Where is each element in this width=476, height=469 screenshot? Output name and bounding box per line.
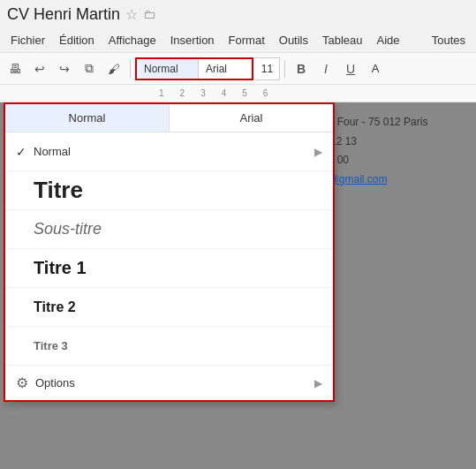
menu-edition[interactable]: Édition bbox=[52, 30, 102, 50]
ruler-marks: 1 2 3 4 5 6 bbox=[159, 88, 268, 98]
style-dropdown[interactable]: Normal Arial bbox=[135, 57, 253, 80]
doc-email[interactable]: rtin@gmail.com bbox=[314, 170, 462, 190]
dropdown-label-sous-titre: Sous-titre bbox=[34, 220, 322, 238]
menu-tableau[interactable]: Tableau bbox=[315, 30, 370, 50]
dropdown-item-sous-titre[interactable]: Sous-titre bbox=[5, 210, 333, 249]
menu-bar: Fichier Édition Affichage Insertion Form… bbox=[0, 28, 476, 53]
dropdown-header-normal[interactable]: Normal bbox=[5, 104, 170, 132]
toolbar: 🖶 ↩ ↪ ⧉ 🖌 Normal Arial B I U A bbox=[0, 53, 476, 85]
arrow-normal-icon: ▶ bbox=[314, 146, 322, 158]
document-title: CV Henri Martin bbox=[7, 5, 120, 24]
separator-1 bbox=[130, 60, 131, 78]
document-area: e du Four - 75 012 Paris ▶7 12 13 1 55 0… bbox=[0, 102, 476, 469]
menu-outils[interactable]: Outils bbox=[272, 30, 315, 50]
doc-address: e du Four - 75 012 Paris bbox=[314, 113, 462, 132]
menu-affichage[interactable]: Affichage bbox=[102, 30, 163, 50]
undo-button[interactable]: ↩ bbox=[28, 57, 51, 80]
ruler-mark-4: 4 bbox=[222, 88, 227, 98]
dropdown-item-titre[interactable]: Titre bbox=[5, 171, 333, 210]
dropdown-header: Normal Arial bbox=[5, 104, 333, 132]
dropdown-label-titre2: Titre 2 bbox=[34, 299, 322, 315]
separator-2 bbox=[284, 60, 285, 78]
dropdown-header-arial[interactable]: Arial bbox=[170, 104, 333, 132]
options-label: Options bbox=[35, 376, 307, 390]
dropdown-item-titre1[interactable]: Titre 1 bbox=[5, 249, 333, 288]
doc-phone2: 1 55 00 bbox=[314, 151, 462, 170]
ruler-mark-5: 5 bbox=[242, 88, 247, 98]
paint-format-button[interactable]: 🖌 bbox=[102, 57, 125, 80]
ruler-mark-3: 3 bbox=[200, 88, 206, 98]
dropdown-label-titre1: Titre 1 bbox=[34, 258, 322, 278]
text-color-button[interactable]: A bbox=[364, 57, 387, 80]
redo-button[interactable]: ↪ bbox=[53, 57, 76, 80]
ruler-mark-2: 2 bbox=[180, 88, 185, 98]
style-dropdown-panel: Normal Arial ✓ Normal ▶ Titre Sous-titre… bbox=[4, 102, 335, 402]
check-normal-icon: ✓ bbox=[16, 145, 34, 159]
folder-icon[interactable]: 🗀 bbox=[143, 7, 155, 21]
italic-button[interactable]: I bbox=[314, 57, 337, 80]
dropdown-label-titre3: Titre 3 bbox=[34, 339, 322, 352]
title-bar: CV Henri Martin ☆ 🗀 bbox=[0, 0, 476, 28]
style-dropdown-normal[interactable]: Normal bbox=[137, 59, 199, 79]
dropdown-options[interactable]: ⚙ Options ▶ bbox=[5, 366, 333, 400]
ruler-mark-6: 6 bbox=[263, 88, 268, 98]
dropdown-label-normal: Normal bbox=[34, 145, 314, 158]
print-button[interactable]: 🖶 bbox=[4, 57, 26, 80]
gear-icon: ⚙ bbox=[16, 374, 28, 391]
menu-fichier[interactable]: Fichier bbox=[4, 30, 52, 50]
menu-aide[interactable]: Aide bbox=[370, 30, 407, 50]
menu-format[interactable]: Format bbox=[222, 30, 272, 50]
options-arrow-icon: ▶ bbox=[314, 377, 322, 390]
copy-format-button[interactable]: ⧉ bbox=[78, 57, 101, 80]
menu-insertion[interactable]: Insertion bbox=[163, 30, 222, 50]
ruler-mark-1: 1 bbox=[159, 88, 164, 98]
style-dropdown-font[interactable]: Arial bbox=[199, 59, 252, 79]
dropdown-label-titre: Titre bbox=[34, 177, 322, 204]
star-icon[interactable]: ☆ bbox=[125, 6, 138, 23]
doc-phone1: ▶7 12 13 bbox=[314, 132, 462, 152]
bold-button[interactable]: B bbox=[290, 57, 313, 80]
dropdown-item-titre3[interactable]: Titre 3 bbox=[5, 327, 333, 366]
dropdown-item-normal[interactable]: ✓ Normal ▶ bbox=[5, 132, 333, 171]
ruler: 1 2 3 4 5 6 bbox=[0, 85, 476, 102]
font-size-input[interactable] bbox=[255, 57, 280, 80]
dropdown-item-titre2[interactable]: Titre 2 bbox=[5, 288, 333, 327]
menu-toutes[interactable]: Toutes bbox=[425, 30, 472, 50]
underline-button[interactable]: U bbox=[339, 57, 362, 80]
